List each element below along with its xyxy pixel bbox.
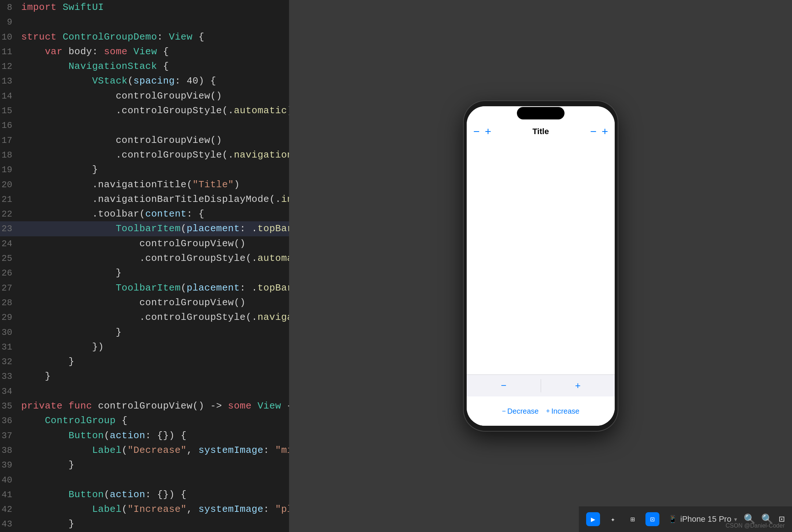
code-line: 41 Button(action: {}) { xyxy=(0,487,289,502)
grid-icon[interactable]: ⊞ xyxy=(626,512,640,526)
line-content xyxy=(19,15,27,29)
decrease-symbol: − xyxy=(502,407,506,415)
code-line: 37 Button(action: {}) { xyxy=(0,428,289,443)
line-content: } xyxy=(19,458,74,472)
code-line: 18 .controlGroupStyle(.navigation) xyxy=(0,148,289,162)
code-editor: 8import SwiftUI9 10struct ControlGroupDe… xyxy=(0,0,289,532)
line-content: private func controlGroupView() -> some … xyxy=(19,399,289,413)
line-number: 14 xyxy=(0,89,19,103)
line-content: Label("Decrease", systemImage: "minus") xyxy=(19,443,289,458)
code-line: 38 Label("Decrease", systemImage: "minus… xyxy=(0,443,289,458)
toolbar-plus-button[interactable]: + xyxy=(541,375,615,396)
line-number: 32 xyxy=(0,355,19,369)
code-line: 30 } xyxy=(0,325,289,340)
line-content: } xyxy=(19,369,51,384)
line-number: 24 xyxy=(0,237,19,251)
code-line: 14 controlGroupView() xyxy=(0,89,289,103)
code-line: 28 controlGroupView() xyxy=(0,295,289,310)
line-content: VStack(spacing: 40) { xyxy=(19,74,216,88)
code-line: 13 VStack(spacing: 40) { xyxy=(0,74,289,88)
line-content: .toolbar(content: { xyxy=(19,207,204,221)
decrease-label-text: Decrease xyxy=(507,407,539,415)
code-line: 10struct ControlGroupDemo: View { xyxy=(0,30,289,44)
code-line: 39 } xyxy=(0,458,289,472)
play-icon[interactable]: ▶ xyxy=(586,512,600,526)
line-content: Label("Increase", systemImage: "plus") xyxy=(19,502,289,517)
line-number: 43 xyxy=(0,517,19,531)
line-number: 22 xyxy=(0,207,19,221)
line-number: 34 xyxy=(0,385,19,398)
line-content: Button(action: {}) { xyxy=(19,487,186,502)
code-line: 8import SwiftUI xyxy=(0,0,289,15)
line-content: var body: some View { xyxy=(19,44,169,59)
toolbar-minus-button[interactable]: − xyxy=(467,375,541,396)
line-number: 29 xyxy=(0,311,19,324)
line-number: 10 xyxy=(0,30,19,44)
line-content: } xyxy=(19,325,122,340)
code-line: 17 controlGroupView() xyxy=(0,133,289,148)
line-number: 36 xyxy=(0,414,19,428)
inspect-icon[interactable]: ✦ xyxy=(606,512,620,526)
line-number: 38 xyxy=(0,444,19,457)
line-content: ToolbarItem(placement: .topBarTrailing) … xyxy=(19,281,289,295)
bottom-toolbar: − + xyxy=(467,374,615,396)
code-lines: 8import SwiftUI9 10struct ControlGroupDe… xyxy=(0,0,289,532)
code-line: 23 ToolbarItem(placement: .topBarLeading… xyxy=(0,221,289,236)
code-line: 29 .controlGroupStyle(.navigation) xyxy=(0,310,289,325)
line-number: 25 xyxy=(0,252,19,265)
code-line: 9 xyxy=(0,15,289,29)
line-content: } xyxy=(19,266,122,280)
line-content: .controlGroupStyle(.automatic) xyxy=(19,103,289,118)
line-content: controlGroupView() xyxy=(19,133,222,148)
line-number: 9 xyxy=(0,15,19,29)
line-content: NavigationStack { xyxy=(19,59,169,74)
code-line: 32 } xyxy=(0,354,289,369)
screen-content: − + − Decrease + Increase xyxy=(467,140,615,426)
bottom-bar: ▶ ✦ ⊞ ⊡ 📱 iPhone 15 Pro ▾ 🔍 🔍 ⊡ CSON @Da… xyxy=(579,506,792,532)
nav-title: Title xyxy=(491,127,590,136)
decrease-label-button[interactable]: − Decrease xyxy=(502,407,539,415)
chevron-down-icon: ▾ xyxy=(734,516,737,523)
code-line: 20 .navigationTitle("Title") xyxy=(0,177,289,192)
line-content: ToolbarItem(placement: .topBarLeading) { xyxy=(19,221,289,236)
nav-leading-minus-button[interactable]: − xyxy=(473,126,480,137)
code-line: 24 controlGroupView() xyxy=(0,236,289,251)
line-content: .controlGroupStyle(.navigation) xyxy=(19,148,289,162)
line-number: 20 xyxy=(0,178,19,192)
line-content: .controlGroupStyle(.automatic) xyxy=(19,251,289,266)
line-content: controlGroupView() xyxy=(19,236,246,251)
code-line: 11 var body: some View { xyxy=(0,44,289,59)
device-icon[interactable]: ⊡ xyxy=(645,512,659,526)
code-line: 43 } xyxy=(0,517,289,531)
line-content: } xyxy=(19,354,74,369)
line-content xyxy=(19,118,27,133)
line-content: }) xyxy=(19,340,104,354)
line-content: .controlGroupStyle(.navigation) xyxy=(19,310,289,325)
nav-trailing-plus-button[interactable]: + xyxy=(602,126,608,137)
line-number: 40 xyxy=(0,473,19,487)
nav-trailing-minus-button[interactable]: − xyxy=(590,126,597,137)
line-content xyxy=(19,473,27,487)
line-number: 35 xyxy=(0,399,19,413)
line-number: 13 xyxy=(0,74,19,88)
line-content: ControlGroup { xyxy=(19,413,127,428)
phone-screen: − + Title − + − + xyxy=(467,106,615,426)
code-line: 40 xyxy=(0,473,289,487)
nav-leading-plus-button[interactable]: + xyxy=(485,126,492,137)
line-number: 27 xyxy=(0,281,19,295)
line-content: controlGroupView() xyxy=(19,89,222,103)
line-number: 18 xyxy=(0,148,19,162)
code-line: 16 xyxy=(0,118,289,133)
line-number: 21 xyxy=(0,193,19,206)
code-line: 36 ControlGroup { xyxy=(0,413,289,428)
increase-symbol: + xyxy=(546,407,550,415)
line-content xyxy=(19,384,27,399)
preview-area: − + Title − + − + xyxy=(289,0,792,532)
code-line: 31 }) xyxy=(0,340,289,354)
line-content: } xyxy=(19,162,98,177)
line-number: 39 xyxy=(0,458,19,472)
line-number: 16 xyxy=(0,119,19,132)
line-number: 11 xyxy=(0,45,19,59)
increase-label-button[interactable]: + Increase xyxy=(546,407,579,415)
line-number: 26 xyxy=(0,266,19,280)
